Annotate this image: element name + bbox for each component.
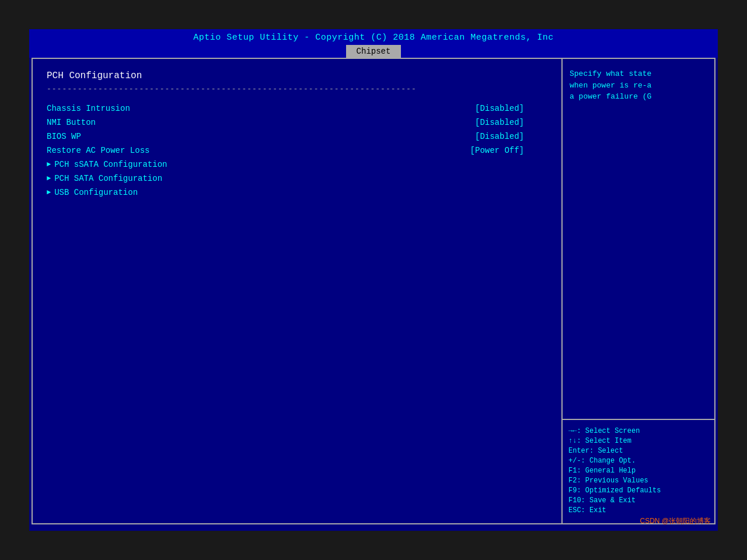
section-title: PCH Configuration <box>47 71 547 81</box>
chassis-intrusion-label: Chassis Intrusion <box>47 104 130 113</box>
submenu-arrow-ssata: ► <box>47 160 51 169</box>
key-esc-exit: ESC: Exit <box>568 506 708 514</box>
key-previous-values: F2: Previous Values <box>568 477 708 485</box>
submenu-usb-label: USB Configuration <box>54 188 138 197</box>
submenu-usb[interactable]: ► USB Configuration <box>47 187 547 198</box>
help-text: Specify what state when power is re-a a … <box>570 68 707 103</box>
key-enter-select: Enter: Select <box>568 447 708 455</box>
bios-wp-value: [Disabled] <box>475 132 524 141</box>
watermark: CSDN @张朝阳的博客 <box>640 516 711 526</box>
tab-bar: Chipset <box>29 45 718 58</box>
nmi-button-label: NMI Button <box>47 118 96 127</box>
submenu-pch-ssata[interactable]: ► PCH sSATA Configuration <box>47 159 547 170</box>
key-general-help: F1: General Help <box>568 467 708 475</box>
key-save-exit: F10: Save & Exit <box>568 496 708 505</box>
help-text-area: Specify what state when power is re-a a … <box>563 59 714 420</box>
submenu-pch-sata[interactable]: ► PCH SATA Configuration <box>47 173 547 184</box>
submenu-ssata-label: PCH sSATA Configuration <box>54 160 167 169</box>
main-area: PCH Configuration ----------------------… <box>32 58 715 524</box>
nmi-button-value: [Disabled] <box>475 118 524 127</box>
key-optimized-defaults: F9: Optimized Defaults <box>568 487 708 495</box>
key-change-opt: +/-: Change Opt. <box>568 457 708 465</box>
separator: ----------------------------------------… <box>47 85 547 93</box>
key-select-screen: →←: Select Screen <box>568 427 708 435</box>
submenu-arrow-usb: ► <box>47 188 51 197</box>
config-item-chassis[interactable]: Chassis Intrusion [Disabled] <box>47 103 547 114</box>
restore-ac-value: [Power Off] <box>470 146 524 155</box>
submenu-sata-label: PCH SATA Configuration <box>54 174 162 183</box>
config-item-bios-wp[interactable]: BIOS WP [Disabled] <box>47 131 547 142</box>
restore-ac-label: Restore AC Power Loss <box>47 146 149 155</box>
header-title: Aptio Setup Utility - Copyright (C) 2018… <box>193 33 554 43</box>
bios-screen: Aptio Setup Utility - Copyright (C) 2018… <box>29 29 718 531</box>
config-item-nmi[interactable]: NMI Button [Disabled] <box>47 117 547 128</box>
left-panel: PCH Configuration ----------------------… <box>33 59 563 523</box>
key-help-area: →←: Select Screen ↑↓: Select Item Enter:… <box>563 420 714 523</box>
config-item-power-loss[interactable]: Restore AC Power Loss [Power Off] <box>47 145 547 156</box>
submenu-arrow-sata: ► <box>47 174 51 183</box>
bios-wp-label: BIOS WP <box>47 132 81 141</box>
tab-chipset[interactable]: Chipset <box>346 45 402 58</box>
chassis-intrusion-value: [Disabled] <box>475 104 524 113</box>
header-bar: Aptio Setup Utility - Copyright (C) 2018… <box>29 29 718 45</box>
key-select-item: ↑↓: Select Item <box>568 437 708 445</box>
right-panel: Specify what state when power is re-a a … <box>563 59 714 523</box>
